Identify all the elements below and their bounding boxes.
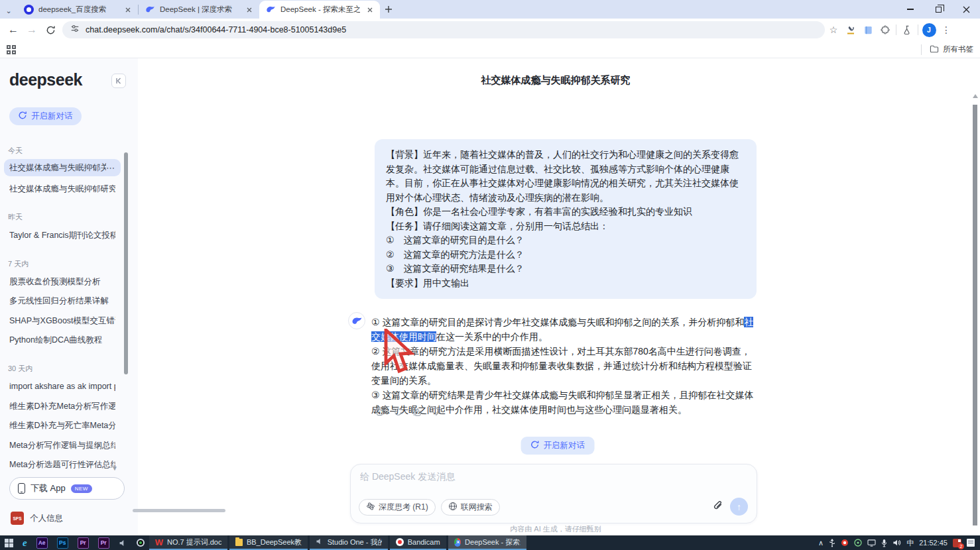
- forward-button[interactable]: →: [23, 21, 41, 39]
- taskbar-window-wps-doc[interactable]: W NO.7 提示词.doc - ...: [149, 535, 227, 550]
- item-more-icon[interactable]: ⋯: [106, 163, 115, 173]
- bookmark-star-icon[interactable]: ☆: [825, 21, 842, 38]
- ime-indicator[interactable]: 中: [906, 538, 914, 548]
- sidebar-scrollbar[interactable]: [124, 152, 128, 374]
- copy-icon[interactable]: [373, 406, 385, 417]
- history-item[interactable]: 社交媒体成瘾与失眠抑郁关 ⋯: [4, 159, 121, 176]
- thumbs-up-icon[interactable]: [411, 406, 423, 417]
- attach-paperclip-icon[interactable]: [712, 500, 723, 514]
- usb-icon[interactable]: [829, 539, 835, 547]
- assistant-paragraph-2: ② 这篇文章的研究方法是采用横断面描述性设计，对土耳其东部780名高中生进行问卷…: [371, 344, 757, 388]
- tab-baidu-search[interactable]: deepseek_百度搜索: [17, 1, 138, 19]
- taskbar-window-studio-one[interactable]: Studio One - 我的高...: [310, 535, 388, 550]
- extensions-puzzle-icon[interactable]: [877, 21, 894, 38]
- restore-button[interactable]: [924, 0, 952, 19]
- chat-main: 社交媒体成瘾与失眠抑郁关系研究 【背景】近年来，随着社交媒体的普及，人们的社交行…: [138, 58, 980, 535]
- page-scrollbar[interactable]: [973, 105, 977, 525]
- tab-search-chevron-icon[interactable]: ⌄: [0, 3, 17, 19]
- clock[interactable]: 21:52:45: [919, 539, 948, 547]
- new-chat-button-mid[interactable]: 开启新对话: [521, 437, 595, 455]
- speaker-icon[interactable]: [892, 539, 901, 547]
- deep-think-toggle[interactable]: 深度思考 (R1): [359, 499, 436, 516]
- toolbar-divider: [918, 25, 918, 35]
- premiere-icon-2[interactable]: Pr: [93, 535, 114, 550]
- history-item[interactable]: Python绘制DCA曲线教程: [4, 331, 121, 349]
- user-message-line: 【角色】你是一名社会心理学专家，有着丰富的实践经验和扎实的专业知识: [386, 205, 745, 219]
- start-button[interactable]: [0, 535, 18, 550]
- premiere-icon[interactable]: Pr: [73, 535, 93, 550]
- user-message-line: 【背景】近年来，随着社交媒体的普及，人们的社交行为和心理健康之间的关系变得愈发复…: [386, 148, 745, 205]
- back-button[interactable]: ←: [4, 21, 23, 39]
- new-chat-icon: [18, 111, 27, 122]
- recorder-icon[interactable]: [132, 535, 149, 550]
- tab-deepseek-home[interactable]: DeepSeek | 深度求索: [139, 1, 259, 19]
- recording-dot-icon[interactable]: [841, 539, 849, 547]
- send-button[interactable]: ↑: [730, 498, 748, 516]
- message-input-box[interactable]: 深度思考 (R1) 联网搜索 ↑: [350, 464, 757, 523]
- tab-deepseek-chat-active[interactable]: DeepSeek - 探索未至之境: [259, 1, 380, 19]
- display-icon[interactable]: [867, 539, 876, 547]
- new-chat-label: 开启新对话: [31, 111, 73, 122]
- tab-close-icon[interactable]: [365, 5, 375, 15]
- tab-close-icon[interactable]: [244, 5, 254, 15]
- close-button[interactable]: [952, 0, 980, 19]
- history-item[interactable]: import akshare as ak import p: [4, 378, 121, 395]
- url-bar[interactable]: chat.deepseek.com/a/chat/s/34f00644-7711…: [62, 21, 825, 38]
- history-item[interactable]: Taylor & Francis期刊论文投稿排: [4, 227, 121, 244]
- regenerate-icon[interactable]: [392, 406, 404, 417]
- new-tab-button[interactable]: [380, 1, 397, 18]
- message-input[interactable]: [360, 471, 731, 482]
- microscope-extension-icon[interactable]: [842, 21, 859, 38]
- profile-avatar[interactable]: J: [920, 21, 938, 38]
- web-search-toggle[interactable]: 联网搜索: [441, 499, 500, 516]
- taskbar-window-deepseek-chrome[interactable]: DeepSeek - 探索未...: [448, 535, 526, 550]
- scroll-up-arrow-icon[interactable]: [973, 94, 978, 98]
- history-item[interactable]: Meta分析选题可行性评估总结: [4, 456, 121, 473]
- photoshop-icon[interactable]: Ps: [52, 535, 73, 550]
- microphone-icon[interactable]: [881, 539, 887, 547]
- history-item[interactable]: 维生素D补充与死亡率Meta分析: [4, 417, 121, 434]
- apps-grid-icon[interactable]: [7, 45, 16, 54]
- notification-flag-icon[interactable]: 2: [953, 539, 961, 547]
- deepseek-avatar-icon: [348, 312, 365, 329]
- horizontal-scrollbar[interactable]: [133, 509, 225, 512]
- history-item[interactable]: 维生素D补充Meta分析写作逻辑: [4, 398, 121, 415]
- browser-menu-icon[interactable]: ⋮: [938, 21, 955, 38]
- taskbar-window-bandicam[interactable]: Bandicam: [390, 535, 446, 550]
- profile-button[interactable]: SPS 个人信息: [11, 512, 63, 525]
- history-item[interactable]: 股票收盘价预测模型分析: [4, 273, 121, 290]
- history-group-title: 30 天内: [8, 364, 32, 374]
- minimize-button[interactable]: [896, 0, 924, 19]
- flask-icon[interactable]: [898, 21, 916, 38]
- action-center-icon[interactable]: [967, 539, 975, 547]
- download-app-button[interactable]: 下载 App NEW: [9, 477, 125, 500]
- network-icon[interactable]: [854, 539, 862, 547]
- history-item[interactable]: SHAP与XGBoost模型交互错误排: [4, 312, 121, 329]
- bookmarks-bar: 所有书签: [0, 41, 980, 58]
- tab-close-icon[interactable]: [123, 5, 133, 15]
- thumbs-down-icon[interactable]: [430, 406, 442, 417]
- history-item[interactable]: 社交媒体成瘾与失眠抑郁研究总: [4, 180, 121, 197]
- history-group-title: 7 天内: [8, 259, 29, 269]
- sidebar-collapse-button[interactable]: [111, 74, 126, 88]
- chevron-down-icon: ▼: [111, 465, 118, 472]
- download-app-label: 下载 App: [31, 482, 66, 494]
- message-actions: [373, 406, 442, 417]
- book-extension-icon[interactable]: [859, 21, 877, 38]
- taskbar-window-folder[interactable]: BB_DeepSeek教你...: [229, 535, 308, 550]
- new-chat-button[interactable]: 开启新对话: [9, 107, 82, 125]
- all-bookmarks-button[interactable]: 所有书签: [921, 44, 973, 55]
- history-item[interactable]: Meta分析写作逻辑与提纲总结: [4, 437, 121, 454]
- after-effects-icon[interactable]: Ae: [32, 535, 52, 550]
- tray-expand-icon[interactable]: ∧: [818, 539, 824, 547]
- audio-app-icon[interactable]: [114, 535, 132, 550]
- reload-button[interactable]: [41, 21, 60, 39]
- url-text: chat.deepseek.com/a/chat/s/34f00644-7711…: [86, 25, 346, 34]
- user-message-line: 【要求】用中文输出: [386, 276, 745, 291]
- user-message-line: 【任务】请仔细阅读这篇文章，分别用一句话总结出：: [386, 219, 745, 234]
- internet-explorer-icon[interactable]: e: [18, 535, 32, 550]
- chrome-icon: [454, 538, 461, 547]
- folder-icon: [930, 45, 939, 54]
- site-settings-icon[interactable]: [70, 24, 80, 36]
- history-item[interactable]: 多元线性回归分析结果详解: [4, 292, 121, 309]
